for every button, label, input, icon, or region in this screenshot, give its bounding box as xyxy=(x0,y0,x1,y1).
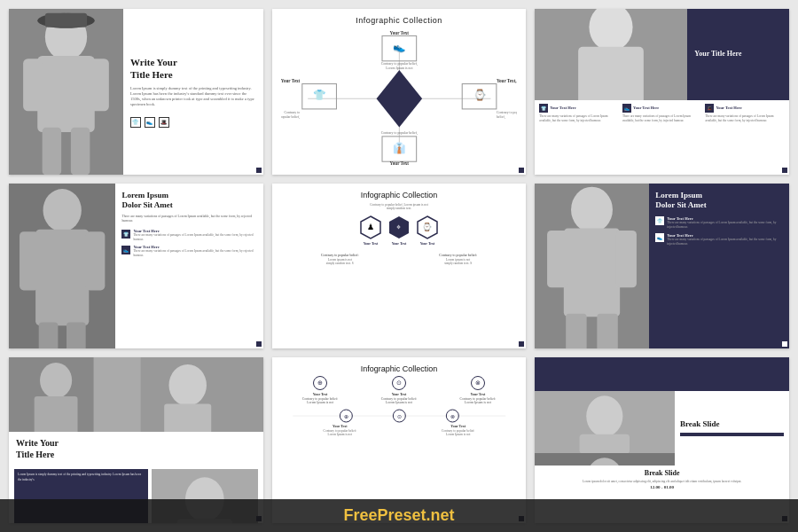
slide-8-top-2-label: Your Text xyxy=(364,392,434,396)
slide-5-hex-2: ⌖ Your Text xyxy=(388,215,410,246)
slide-7-dark-box-text: Lorem Ipsum is simply dummy text of the … xyxy=(18,473,145,482)
slide-3-title-overlay: Your Title Here xyxy=(687,9,789,100)
shirt-icon: 👕 xyxy=(130,117,141,128)
svg-rect-5 xyxy=(43,128,61,175)
svg-rect-56 xyxy=(35,396,78,432)
watermark: FreePreset.net xyxy=(0,499,798,532)
slide-4: Lorem Ipsum Dolor Sit Amet There are man… xyxy=(9,184,263,349)
slide-5-bottom: Contrary to popular belief: Lorem ipsum … xyxy=(281,253,518,265)
svg-rect-48 xyxy=(616,231,637,287)
shoes-icon: 👟 xyxy=(145,117,155,128)
svg-text:Contrary to popular: Contrary to popular xyxy=(497,111,518,114)
svg-rect-38 xyxy=(86,231,106,290)
slide-4-item-1-text: There are many variations of passages of… xyxy=(133,233,256,242)
slide-5-hex-row: ♟ Your Text ⌖ Your Text ⌚ xyxy=(281,215,518,246)
svg-text:belief,: belief, xyxy=(497,115,505,120)
circle-icon-3: ⊗ xyxy=(471,376,485,390)
slide-9-top-dark xyxy=(535,357,789,390)
svg-rect-50 xyxy=(598,313,618,348)
svg-text:👟: 👟 xyxy=(393,41,406,53)
slide-4-item-2: 👟 Your Text Here There are many variatio… xyxy=(121,245,256,258)
slide-5-bt-1-text: Lorem ipsum is not simply random text. S xyxy=(286,258,393,265)
svg-rect-72 xyxy=(580,434,630,453)
slide-1: Write Your Title Here Lorem Ipsum is sim… xyxy=(9,9,263,175)
slide-6-content: Lorem Ipsum Dolor Sit Amet 👕 Your Text H… xyxy=(649,184,789,349)
slide-9-break-text: Lorem ipsum dolor sit amet, consectetur … xyxy=(540,480,784,483)
svg-text:⊗: ⊗ xyxy=(450,414,454,419)
slide-3-item-3-text: There are many variations of passages of… xyxy=(705,114,785,123)
watermark-suffix: .net xyxy=(426,506,455,524)
slide-8-bottom-items: Your Text Contrary to popular belief: Lo… xyxy=(281,424,518,436)
corner-marker xyxy=(519,341,524,347)
slide-2: Infographic Collection 👟 ⌚ 👔 👕 xyxy=(272,9,527,175)
slide-5-hex-1: ♟ Your Text xyxy=(360,215,381,246)
slide-5-bt-2-text: Lorem ipsum is not simply random text. S xyxy=(405,258,512,265)
slide-9-right-content: Break Slide xyxy=(675,391,789,466)
slide-3-item-3-label: Your Text Here xyxy=(716,106,741,110)
svg-rect-37 xyxy=(20,231,39,290)
slide-8-top-2: ⊙ Your Text Contrary to popular belief: … xyxy=(364,376,434,404)
slide-5-body: Contrary to popular belief, Lorem ipsum … xyxy=(281,203,518,210)
slide-8-bot-1-label: Your Text xyxy=(286,424,393,428)
slide-8-title: Infographic Collection xyxy=(281,364,518,373)
slide-8-bot-2-label: Your Text xyxy=(405,424,512,428)
slide-8-top-2-text: Contrary to popular belief: Lorem Ipsum … xyxy=(364,397,434,404)
svg-rect-49 xyxy=(567,313,587,348)
svg-rect-46 xyxy=(564,228,620,317)
slide-3-bottom: 👕 Your Text Here There are many variatio… xyxy=(535,100,789,175)
slide-3-item-1-text: There are many variations of passages of… xyxy=(539,114,619,123)
svg-point-55 xyxy=(40,363,72,398)
slide-3-item-2-label: Your Text Here xyxy=(633,106,659,110)
svg-text:👔: 👔 xyxy=(393,142,406,154)
slide-8-top-1: ⊕ Your Text Contrary to popular belief: … xyxy=(285,376,356,404)
slide-1-icons: 👕 👟 🎩 xyxy=(130,117,256,128)
svg-point-58 xyxy=(168,364,206,406)
slide-4-item-2-text: There are many variations of passages of… xyxy=(133,249,256,258)
slide-8-bot-1-text: Contrary to popular belief: Lorem Ipsum … xyxy=(286,429,393,436)
slide-6-item-1: 👕 Your Text Here There are many variatio… xyxy=(655,216,783,230)
slide-5-hex-3: ⌚ Your Text xyxy=(417,215,438,246)
slide-3-item-1-label: Your Text Here xyxy=(550,106,575,110)
slide-3-photo xyxy=(535,9,687,100)
slide-8-top-items: ⊕ Your Text Contrary to popular belief: … xyxy=(281,376,518,404)
corner-marker xyxy=(782,341,787,347)
slide-7-photo xyxy=(9,357,263,432)
slide-5-bt-1-label: Contrary to popular belief: xyxy=(286,253,393,257)
svg-rect-39 xyxy=(39,322,59,348)
slide-8-top-3: ⊗ Your Text Contrary to popular belief: … xyxy=(442,376,513,404)
slide-9-title: Break Slide xyxy=(680,419,784,428)
slide-3-item-1: 👕 Your Text Here There are many variatio… xyxy=(539,104,619,171)
slide-7-title: Write Your Title Here xyxy=(16,437,256,460)
svg-text:Your Text: Your Text xyxy=(389,30,409,35)
corner-marker xyxy=(256,168,262,173)
shoes-icon: 👟 xyxy=(655,233,664,242)
slide-5-bt-1: Contrary to popular belief: Lorem ipsum … xyxy=(286,253,393,265)
slide-5: Infographic Collection Contrary to popul… xyxy=(272,184,527,349)
shoes-icon: 👟 xyxy=(121,246,130,254)
slide-9-mid: Break Slide xyxy=(535,391,789,466)
slide-2-infographic: 👟 ⌚ 👔 👕 Your Text Contrary to popular be… xyxy=(281,30,518,168)
slide-6-item-1-text: There are many variations of passages of… xyxy=(667,221,783,230)
slide-9-body xyxy=(680,433,784,436)
svg-text:⊕: ⊕ xyxy=(343,414,348,419)
slide-5-hex-2-label: Your Text xyxy=(392,241,407,246)
slide-8: Infographic Collection ⊕ Your Text Contr… xyxy=(272,357,527,523)
slide-5-title: Infographic Collection xyxy=(281,191,518,200)
svg-rect-2 xyxy=(37,56,94,132)
shirt-icon: 👕 xyxy=(655,216,664,225)
slide-3-top: Your Title Here xyxy=(535,9,789,100)
shoes-icon: 👟 xyxy=(622,104,631,113)
slide-8-top-1-label: Your Text xyxy=(285,392,356,396)
corner-marker xyxy=(256,341,262,347)
svg-rect-6 xyxy=(71,128,90,175)
svg-rect-33 xyxy=(578,47,644,100)
slide-3-item-2-text: There are many variations of passages of… xyxy=(622,114,702,123)
svg-point-45 xyxy=(571,186,613,232)
svg-text:⊙: ⊙ xyxy=(396,414,401,419)
slide-6-item-2: 👟 Your Text Here There are many variatio… xyxy=(655,233,783,246)
shirt-icon: 👕 xyxy=(539,104,548,113)
slide-6-photo xyxy=(535,184,649,349)
svg-rect-4 xyxy=(90,59,108,111)
slide-4-content: Lorem Ipsum Dolor Sit Amet There are man… xyxy=(115,184,262,349)
svg-point-71 xyxy=(587,395,623,436)
